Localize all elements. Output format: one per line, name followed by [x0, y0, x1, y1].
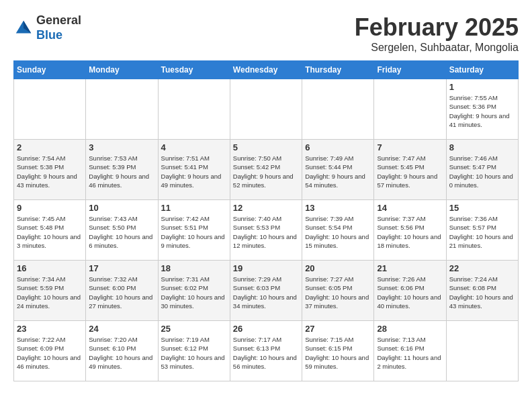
day-info: Sunrise: 7:26 AM Sunset: 6:06 PM Dayligh… [377, 275, 443, 310]
calendar-cell: 24Sunrise: 7:20 AM Sunset: 6:10 PM Dayli… [86, 321, 158, 381]
calendar-week-row: 1Sunrise: 7:55 AM Sunset: 5:36 PM Daylig… [14, 79, 519, 140]
day-number: 25 [161, 324, 227, 334]
weekday-header: Tuesday [158, 61, 230, 79]
calendar-cell [446, 321, 518, 381]
day-number: 17 [89, 263, 154, 273]
calendar-cell: 16Sunrise: 7:34 AM Sunset: 5:59 PM Dayli… [14, 261, 86, 321]
weekday-header: Sunday [14, 61, 86, 79]
day-number: 27 [305, 324, 371, 334]
day-number: 9 [17, 203, 83, 213]
day-number: 10 [89, 203, 154, 213]
day-number: 8 [449, 142, 515, 152]
day-number: 23 [17, 324, 83, 334]
calendar-cell: 11Sunrise: 7:42 AM Sunset: 5:51 PM Dayli… [158, 200, 230, 261]
title-block: February 2025 Sergelen, Suhbaatar, Mongo… [355, 13, 519, 54]
day-number: 1 [449, 82, 515, 92]
calendar-week-row: 23Sunrise: 7:22 AM Sunset: 6:09 PM Dayli… [14, 321, 519, 381]
calendar-cell: 14Sunrise: 7:37 AM Sunset: 5:56 PM Dayli… [374, 200, 446, 261]
day-info: Sunrise: 7:46 AM Sunset: 5:47 PM Dayligh… [449, 154, 515, 189]
logo: General Blue [13, 13, 81, 42]
day-info: Sunrise: 7:49 AM Sunset: 5:44 PM Dayligh… [305, 154, 371, 189]
day-number: 21 [377, 263, 443, 273]
day-info: Sunrise: 7:20 AM Sunset: 6:10 PM Dayligh… [89, 335, 154, 371]
calendar-cell: 20Sunrise: 7:27 AM Sunset: 6:05 PM Dayli… [302, 261, 374, 321]
calendar-cell: 1Sunrise: 7:55 AM Sunset: 5:36 PM Daylig… [446, 79, 518, 140]
day-number: 6 [305, 142, 371, 152]
calendar-cell: 28Sunrise: 7:13 AM Sunset: 6:16 PM Dayli… [374, 321, 446, 381]
calendar-cell [374, 79, 446, 140]
day-info: Sunrise: 7:17 AM Sunset: 6:13 PM Dayligh… [233, 335, 299, 371]
day-number: 16 [17, 263, 83, 273]
calendar-cell: 27Sunrise: 7:15 AM Sunset: 6:15 PM Dayli… [302, 321, 374, 381]
day-info: Sunrise: 7:37 AM Sunset: 5:56 PM Dayligh… [377, 214, 443, 250]
day-info: Sunrise: 7:19 AM Sunset: 6:12 PM Dayligh… [161, 335, 227, 371]
calendar-cell: 25Sunrise: 7:19 AM Sunset: 6:12 PM Dayli… [158, 321, 230, 381]
weekday-header-row: SundayMondayTuesdayWednesdayThursdayFrid… [14, 61, 519, 79]
day-info: Sunrise: 7:15 AM Sunset: 6:15 PM Dayligh… [305, 335, 371, 371]
day-number: 7 [377, 142, 443, 152]
calendar-cell: 5Sunrise: 7:50 AM Sunset: 5:42 PM Daylig… [230, 140, 302, 200]
calendar-cell: 23Sunrise: 7:22 AM Sunset: 6:09 PM Dayli… [14, 321, 86, 381]
day-number: 11 [161, 203, 227, 213]
day-number: 2 [17, 142, 83, 152]
day-info: Sunrise: 7:36 AM Sunset: 5:57 PM Dayligh… [449, 214, 515, 250]
day-number: 20 [305, 263, 371, 273]
calendar-cell [230, 79, 302, 140]
calendar-week-row: 16Sunrise: 7:34 AM Sunset: 5:59 PM Dayli… [14, 261, 519, 321]
logo-text: General Blue [36, 13, 81, 42]
day-info: Sunrise: 7:34 AM Sunset: 5:59 PM Dayligh… [17, 275, 83, 310]
day-info: Sunrise: 7:29 AM Sunset: 6:03 PM Dayligh… [233, 275, 299, 310]
calendar-cell: 22Sunrise: 7:24 AM Sunset: 6:08 PM Dayli… [446, 261, 518, 321]
day-number: 15 [449, 203, 515, 213]
day-info: Sunrise: 7:45 AM Sunset: 5:48 PM Dayligh… [17, 214, 83, 250]
calendar-cell: 21Sunrise: 7:26 AM Sunset: 6:06 PM Dayli… [374, 261, 446, 321]
calendar-cell: 3Sunrise: 7:53 AM Sunset: 5:39 PM Daylig… [86, 140, 158, 200]
day-info: Sunrise: 7:50 AM Sunset: 5:42 PM Dayligh… [233, 154, 299, 189]
calendar-cell: 10Sunrise: 7:43 AM Sunset: 5:50 PM Dayli… [86, 200, 158, 261]
day-info: Sunrise: 7:24 AM Sunset: 6:08 PM Dayligh… [449, 275, 515, 310]
day-info: Sunrise: 7:27 AM Sunset: 6:05 PM Dayligh… [305, 275, 371, 310]
day-number: 3 [89, 142, 154, 152]
day-info: Sunrise: 7:39 AM Sunset: 5:54 PM Dayligh… [305, 214, 371, 250]
calendar-cell: 4Sunrise: 7:51 AM Sunset: 5:41 PM Daylig… [158, 140, 230, 200]
calendar-cell: 19Sunrise: 7:29 AM Sunset: 6:03 PM Dayli… [230, 261, 302, 321]
weekday-header: Friday [374, 61, 446, 79]
day-number: 22 [449, 263, 515, 273]
day-number: 5 [233, 142, 299, 152]
calendar-cell [86, 79, 158, 140]
day-info: Sunrise: 7:51 AM Sunset: 5:41 PM Dayligh… [161, 154, 227, 189]
day-info: Sunrise: 7:54 AM Sunset: 5:38 PM Dayligh… [17, 154, 83, 189]
calendar-cell: 12Sunrise: 7:40 AM Sunset: 5:53 PM Dayli… [230, 200, 302, 261]
weekday-header: Thursday [302, 61, 374, 79]
calendar-cell: 9Sunrise: 7:45 AM Sunset: 5:48 PM Daylig… [14, 200, 86, 261]
weekday-header: Monday [86, 61, 158, 79]
calendar-week-row: 2Sunrise: 7:54 AM Sunset: 5:38 PM Daylig… [14, 140, 519, 200]
day-info: Sunrise: 7:40 AM Sunset: 5:53 PM Dayligh… [233, 214, 299, 250]
day-number: 4 [161, 142, 227, 152]
day-number: 28 [377, 324, 443, 334]
calendar-cell: 2Sunrise: 7:54 AM Sunset: 5:38 PM Daylig… [14, 140, 86, 200]
calendar-cell [158, 79, 230, 140]
day-info: Sunrise: 7:43 AM Sunset: 5:50 PM Dayligh… [89, 214, 154, 250]
calendar-cell [302, 79, 374, 140]
calendar-cell: 8Sunrise: 7:46 AM Sunset: 5:47 PM Daylig… [446, 140, 518, 200]
calendar-table: SundayMondayTuesdayWednesdayThursdayFrid… [13, 60, 519, 381]
day-number: 12 [233, 203, 299, 213]
day-info: Sunrise: 7:53 AM Sunset: 5:39 PM Dayligh… [89, 154, 154, 189]
day-info: Sunrise: 7:55 AM Sunset: 5:36 PM Dayligh… [449, 93, 515, 129]
calendar-cell: 18Sunrise: 7:31 AM Sunset: 6:02 PM Dayli… [158, 261, 230, 321]
logo-icon [13, 18, 34, 38]
calendar-cell: 13Sunrise: 7:39 AM Sunset: 5:54 PM Dayli… [302, 200, 374, 261]
weekday-header: Saturday [446, 61, 518, 79]
calendar-cell: 7Sunrise: 7:47 AM Sunset: 5:45 PM Daylig… [374, 140, 446, 200]
day-info: Sunrise: 7:22 AM Sunset: 6:09 PM Dayligh… [17, 335, 83, 371]
day-number: 18 [161, 263, 227, 273]
calendar-cell: 26Sunrise: 7:17 AM Sunset: 6:13 PM Dayli… [230, 321, 302, 381]
day-info: Sunrise: 7:13 AM Sunset: 6:16 PM Dayligh… [377, 335, 443, 371]
weekday-header: Wednesday [230, 61, 302, 79]
day-info: Sunrise: 7:47 AM Sunset: 5:45 PM Dayligh… [377, 154, 443, 189]
day-number: 13 [305, 203, 371, 213]
calendar-cell [14, 79, 86, 140]
day-number: 19 [233, 263, 299, 273]
day-info: Sunrise: 7:32 AM Sunset: 6:00 PM Dayligh… [89, 275, 154, 310]
